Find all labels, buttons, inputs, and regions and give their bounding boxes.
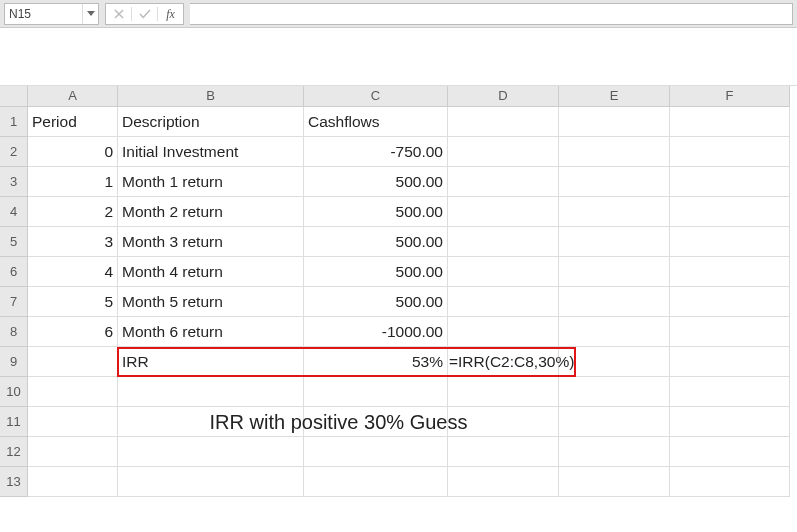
cell-A8[interactable]: 6	[28, 317, 118, 347]
cell-D7[interactable]	[448, 287, 559, 317]
cell-C13[interactable]	[304, 467, 448, 497]
cell-D1[interactable]	[448, 107, 559, 137]
cell-E3[interactable]	[559, 167, 670, 197]
cell-E2[interactable]	[559, 137, 670, 167]
col-header-C[interactable]: C	[304, 86, 448, 107]
cell-E11[interactable]	[559, 407, 670, 437]
cell-D3[interactable]	[448, 167, 559, 197]
cell-E7[interactable]	[559, 287, 670, 317]
row-header-4[interactable]: 4	[0, 197, 28, 227]
cell-F2[interactable]	[670, 137, 790, 167]
insert-function-icon[interactable]: fx	[158, 4, 183, 24]
cell-B7[interactable]: Month 5 return	[118, 287, 304, 317]
cell-A12[interactable]	[28, 437, 118, 467]
cell-D9[interactable]: =IRR(C2:C8,30%)	[448, 347, 559, 377]
cell-A5[interactable]: 3	[28, 227, 118, 257]
row-header-5[interactable]: 5	[0, 227, 28, 257]
cell-F8[interactable]	[670, 317, 790, 347]
cell-B13[interactable]	[118, 467, 304, 497]
cell-E4[interactable]	[559, 197, 670, 227]
cell-A13[interactable]	[28, 467, 118, 497]
cell-B4[interactable]: Month 2 return	[118, 197, 304, 227]
row-header-2[interactable]: 2	[0, 137, 28, 167]
cell-F3[interactable]	[670, 167, 790, 197]
cell-F1[interactable]	[670, 107, 790, 137]
cell-B11[interactable]: IRR with positive 30% Guess	[118, 407, 304, 437]
cell-E5[interactable]	[559, 227, 670, 257]
cell-D2[interactable]	[448, 137, 559, 167]
col-header-A[interactable]: A	[28, 86, 118, 107]
cell-B6[interactable]: Month 4 return	[118, 257, 304, 287]
cell-D6[interactable]	[448, 257, 559, 287]
cell-B12[interactable]	[118, 437, 304, 467]
formula-input[interactable]	[190, 3, 793, 25]
row-header-13[interactable]: 13	[0, 467, 28, 497]
cell-E1[interactable]	[559, 107, 670, 137]
cell-A4[interactable]: 2	[28, 197, 118, 227]
cell-A2[interactable]: 0	[28, 137, 118, 167]
col-header-D[interactable]: D	[448, 86, 559, 107]
cell-F7[interactable]	[670, 287, 790, 317]
cell-D4[interactable]	[448, 197, 559, 227]
cell-A7[interactable]: 5	[28, 287, 118, 317]
cell-F4[interactable]	[670, 197, 790, 227]
select-all-corner[interactable]	[0, 86, 28, 107]
row-header-12[interactable]: 12	[0, 437, 28, 467]
cell-D8[interactable]	[448, 317, 559, 347]
cell-E6[interactable]	[559, 257, 670, 287]
cell-E12[interactable]	[559, 437, 670, 467]
cell-E10[interactable]	[559, 377, 670, 407]
row-header-7[interactable]: 7	[0, 287, 28, 317]
cell-C11[interactable]	[304, 407, 448, 437]
cell-C7[interactable]: 500.00	[304, 287, 448, 317]
cell-D5[interactable]	[448, 227, 559, 257]
cell-F5[interactable]	[670, 227, 790, 257]
cell-F9[interactable]	[670, 347, 790, 377]
cell-B9[interactable]: IRR	[118, 347, 304, 377]
row-header-8[interactable]: 8	[0, 317, 28, 347]
cell-B8[interactable]: Month 6 return	[118, 317, 304, 347]
cell-A10[interactable]	[28, 377, 118, 407]
cell-E8[interactable]	[559, 317, 670, 347]
col-header-B[interactable]: B	[118, 86, 304, 107]
cell-F6[interactable]	[670, 257, 790, 287]
cell-C10[interactable]	[304, 377, 448, 407]
row-header-11[interactable]: 11	[0, 407, 28, 437]
cell-C2[interactable]: -750.00	[304, 137, 448, 167]
cell-E9[interactable]	[559, 347, 670, 377]
cell-D11[interactable]	[448, 407, 559, 437]
cell-C1[interactable]: Cashflows	[304, 107, 448, 137]
name-box[interactable]	[4, 3, 99, 25]
cell-C9[interactable]: 53%	[304, 347, 448, 377]
row-header-6[interactable]: 6	[0, 257, 28, 287]
col-header-E[interactable]: E	[559, 86, 670, 107]
cell-D10[interactable]	[448, 377, 559, 407]
cell-B2[interactable]: Initial Investment	[118, 137, 304, 167]
cell-F11[interactable]	[670, 407, 790, 437]
cell-A11[interactable]	[28, 407, 118, 437]
row-header-1[interactable]: 1	[0, 107, 28, 137]
chevron-down-icon[interactable]	[82, 4, 98, 24]
cell-B1[interactable]: Description	[118, 107, 304, 137]
cell-B5[interactable]: Month 3 return	[118, 227, 304, 257]
cell-F13[interactable]	[670, 467, 790, 497]
cell-F12[interactable]	[670, 437, 790, 467]
cell-D13[interactable]	[448, 467, 559, 497]
cell-C12[interactable]	[304, 437, 448, 467]
cell-D12[interactable]	[448, 437, 559, 467]
cell-B10[interactable]	[118, 377, 304, 407]
row-header-9[interactable]: 9	[0, 347, 28, 377]
cell-C5[interactable]: 500.00	[304, 227, 448, 257]
cell-E13[interactable]	[559, 467, 670, 497]
cell-A9[interactable]	[28, 347, 118, 377]
row-header-3[interactable]: 3	[0, 167, 28, 197]
cell-C4[interactable]: 500.00	[304, 197, 448, 227]
col-header-F[interactable]: F	[670, 86, 790, 107]
cell-A1[interactable]: Period	[28, 107, 118, 137]
name-box-input[interactable]	[5, 7, 82, 21]
cell-B3[interactable]: Month 1 return	[118, 167, 304, 197]
cell-A3[interactable]: 1	[28, 167, 118, 197]
cell-C8[interactable]: -1000.00	[304, 317, 448, 347]
cell-C6[interactable]: 500.00	[304, 257, 448, 287]
cell-A6[interactable]: 4	[28, 257, 118, 287]
